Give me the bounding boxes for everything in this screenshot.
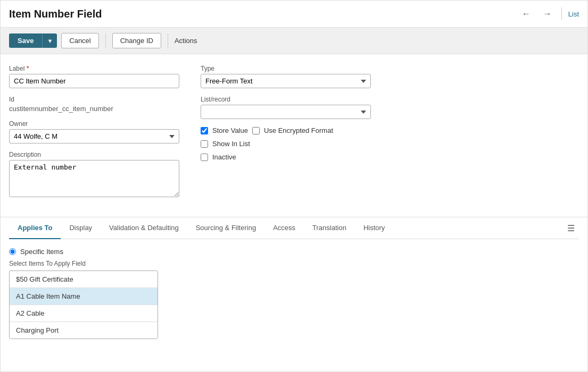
type-field-group: Type Free-Form Text Integer Decimal Numb… xyxy=(201,65,371,88)
list-item[interactable]: A2 Cable xyxy=(10,305,158,322)
use-encrypted-label: Use Encrypted Format xyxy=(264,126,333,134)
label-input[interactable] xyxy=(9,74,179,88)
list-item[interactable]: A1 Cable Item Name xyxy=(10,288,158,305)
list-record-select[interactable] xyxy=(201,105,371,119)
form-right: Type Free-Form Text Integer Decimal Numb… xyxy=(201,65,371,206)
nav-forward-button[interactable]: → xyxy=(540,7,555,21)
store-value-label: Store Value xyxy=(212,126,248,134)
id-field-label: Id xyxy=(9,96,179,103)
save-button-group: Save ▼ xyxy=(9,33,57,48)
id-field-group: Id custitemnumber_cc_item_number xyxy=(9,96,179,113)
specific-items-radio[interactable] xyxy=(9,248,16,255)
type-field-label: Type xyxy=(201,65,371,72)
list-item[interactable]: $50 Gift Certificate xyxy=(10,271,158,288)
save-dropdown-button[interactable]: ▼ xyxy=(42,33,57,48)
show-in-list-row: Show In List xyxy=(201,140,371,148)
tabs-nav: Applies To Display Validation & Defaulti… xyxy=(9,217,579,239)
items-list: $50 Gift Certificate A1 Cable Item Name … xyxy=(9,270,158,339)
toolbar-separator-1 xyxy=(105,33,106,48)
store-value-row: Store Value Use Encrypted Format xyxy=(201,126,371,134)
actions-button[interactable]: Actions xyxy=(175,37,197,45)
owner-select[interactable]: 44 Wolfe, C M xyxy=(9,129,179,143)
nav-divider xyxy=(561,7,562,20)
type-select[interactable]: Free-Form Text Integer Decimal Number Cu… xyxy=(201,74,371,88)
owner-field-label: Owner xyxy=(9,120,179,128)
description-textarea[interactable]: External number xyxy=(9,160,179,197)
tab-display[interactable]: Display xyxy=(61,217,101,239)
store-value-checkbox[interactable] xyxy=(201,127,208,134)
list-item[interactable]: Charging Port xyxy=(10,322,158,339)
tabs-menu-icon[interactable]: ☰ xyxy=(563,218,579,239)
tab-translation[interactable]: Translation xyxy=(304,217,355,239)
list-record-field-group: List/record xyxy=(201,96,371,119)
header-nav: ← → List xyxy=(519,7,579,21)
show-in-list-checkbox[interactable] xyxy=(201,140,208,148)
toolbar-separator-2 xyxy=(168,33,168,48)
specific-items-radio-row: Specific Items xyxy=(9,248,579,256)
inactive-row: Inactive xyxy=(201,153,371,161)
description-field-group: Description External number xyxy=(9,151,179,199)
tab-content-applies-to: Specific Items Select Items To Apply Fie… xyxy=(9,239,579,348)
tab-history[interactable]: History xyxy=(355,217,393,239)
use-encrypted-checkbox[interactable] xyxy=(252,127,260,134)
owner-field-group: Owner 44 Wolfe, C M xyxy=(9,120,179,143)
label-field-group: Label * xyxy=(9,65,179,88)
tab-validation[interactable]: Validation & Defaulting xyxy=(101,217,187,239)
select-items-label: Select Items To Apply Field xyxy=(9,260,579,267)
list-record-field-label: List/record xyxy=(201,96,371,103)
label-field-label: Label * xyxy=(9,65,179,72)
inactive-checkbox[interactable] xyxy=(201,154,208,161)
form-section: Label * Id custitemnumber_cc_item_number… xyxy=(1,54,587,217)
page-title: Item Number Field xyxy=(9,8,102,20)
save-button[interactable]: Save xyxy=(9,33,42,48)
page-header: Item Number Field ← → List xyxy=(1,1,587,28)
tab-sourcing[interactable]: Sourcing & Filtering xyxy=(187,217,264,239)
inactive-label: Inactive xyxy=(212,153,236,161)
description-field-label: Description xyxy=(9,151,179,158)
tab-applies-to[interactable]: Applies To xyxy=(9,217,61,239)
toolbar: Save ▼ Cancel Change ID Actions xyxy=(1,28,587,54)
change-id-button[interactable]: Change ID xyxy=(112,33,161,48)
id-field-value: custitemnumber_cc_item_number xyxy=(9,105,179,113)
form-left: Label * Id custitemnumber_cc_item_number… xyxy=(9,65,179,206)
tabs-section: Applies To Display Validation & Defaulti… xyxy=(1,217,587,348)
show-in-list-label: Show In List xyxy=(212,140,250,148)
tab-access[interactable]: Access xyxy=(264,217,304,239)
nav-back-button[interactable]: ← xyxy=(519,7,534,21)
specific-items-radio-label: Specific Items xyxy=(20,248,63,256)
cancel-button[interactable]: Cancel xyxy=(61,33,98,48)
list-link[interactable]: List xyxy=(568,10,579,18)
